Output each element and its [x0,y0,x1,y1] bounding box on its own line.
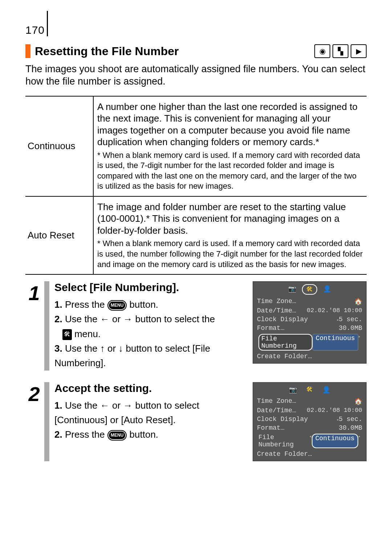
camera-menu-value: 02.02.'08 10:00 [307,407,362,414]
definition-note: * When a blank memory card is used. If a… [97,150,363,192]
menu-button-icon: MENU [107,300,127,311]
camera-tab-tools: 🛠 [303,385,317,394]
definition-term: Auto Reset [25,196,93,274]
arrow-down-icon: ↓ [118,343,123,354]
heading-accent-bar [25,44,30,58]
camera-screen-2: 📷 🛠 👤 Time Zone…🏠 Date/Time…02.02.'08 10… [253,382,367,461]
arrow-left-icon: ← [100,400,110,411]
arrow-right-icon: → [123,400,132,411]
step-accent-bar [44,281,49,370]
camera-menu-label: Format… [257,324,285,332]
camera-menu-value: 5 sec. [339,416,362,423]
step-substep: 1. Press the MENU button. [54,297,246,312]
page-number-area: 170 [25,11,367,36]
arrow-left-icon: ← [100,314,110,324]
step-number: 1 [25,281,43,305]
step-substep: 2. Use the ← or → button to select the 🛠… [54,312,246,341]
camera-menu-label: Format… [257,424,285,432]
camera-screen-1: 📷 🛠 👤 Time Zone…🏠 Date/Time…02.02.'08 10… [253,281,367,364]
intro-text: The images you shoot are automatically a… [25,63,367,88]
camera-menu-label: Time Zone… [257,397,296,405]
section-title: Resetting the File Number [35,45,314,58]
definition-main: A number one higher than the last one re… [97,101,363,148]
arrow-up-icon: ↑ [100,343,105,354]
camera-tabs: 📷 🛠 👤 [253,282,366,297]
camera-menu-label: Create Folder… [257,450,312,458]
step-title: Select [File Numbering]. [54,281,246,294]
step-2: 2 Accept the setting. 1. Use the ← or → … [25,382,367,466]
definition-table: Continuous A number one higher than the … [25,96,367,275]
camera-menu-label: Time Zone… [257,298,296,306]
camera-menu-label: Create Folder… [257,353,312,360]
definition-desc: The image and folder number are reset to… [93,196,367,274]
step-substep: 3. Use the ↑ or ↓ button to select [File… [54,341,246,371]
step-accent-bar [44,382,49,461]
definition-desc: A number one higher than the last one re… [93,96,367,196]
camera-menu-label: Clock Display [257,316,308,323]
camera-menu-label: Clock Display [257,416,308,423]
section-heading-row: Resetting the File Number ◉ ▝▖ ▶ [25,44,367,58]
camera-menu-label: File Numbering [258,434,309,448]
camera-menu-value: 30.0MB [339,324,362,332]
camera-menu-value: 5 sec. [339,316,362,323]
step-1: 1 Select [File Numbering]. 1. Press the … [25,281,367,375]
camera-menu-value: 30.0MB [339,424,362,432]
step-number: 2 [25,382,43,406]
camera-tab-tools: 🛠 [302,284,317,295]
camera-menu-label-highlight: File Numbering [258,334,313,351]
camera-menu-label: Date/Time… [257,307,296,314]
camera-menu-value-highlight: Continuous [313,334,358,351]
table-row: Auto Reset The image and folder number a… [25,196,367,274]
play-icon: ▶ [351,44,367,58]
page-number-divider [47,11,48,36]
arrow-right-icon: → [123,314,132,324]
step-title: Accept the setting. [54,382,246,394]
definition-main: The image and folder number are reset to… [97,201,363,237]
mode-icons: ◉ ▝▖ ▶ [314,44,367,58]
step-substep: 2. Press the MENU button. [54,427,246,442]
definition-note: * When a blank memory card is used. If a… [97,238,363,270]
camera-tab-user: 👤 [319,385,334,394]
camera-menu-value: 02.02.'08 10:00 [307,307,362,314]
table-row: Continuous A number one higher than the … [25,96,367,196]
camera-menu-value: 🏠 [354,298,362,306]
camera-menu-value-highlight: Continuous [312,434,358,448]
camera-menu-label: Date/Time… [257,407,296,414]
tools-tab-icon: 🛠 [62,329,72,340]
menu-button-icon: MENU [107,430,127,441]
camera-tab-user: 👤 [319,284,335,295]
camera-menu-value: 🏠 [354,397,362,405]
video-icon: ▝▖ [332,44,348,58]
step-substep: 1. Use the ← or → button to select [Cont… [54,398,246,428]
definition-term: Continuous [25,96,93,196]
camera-tab-camera: 📷 [285,385,301,394]
camera-icon: ◉ [314,44,330,58]
camera-tab-camera: 📷 [285,284,300,295]
camera-tabs: 📷 🛠 👤 [253,383,366,397]
page-number: 170 [25,24,45,36]
